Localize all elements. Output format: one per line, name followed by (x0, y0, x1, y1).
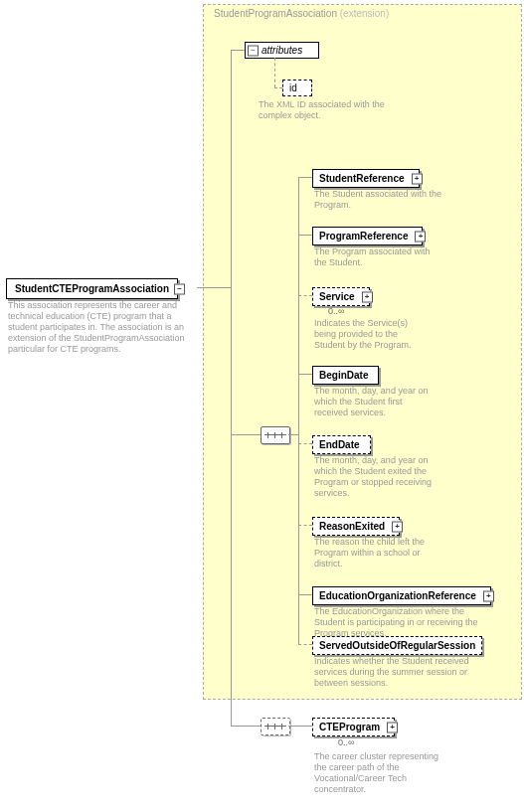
root-node[interactable]: StudentCTEProgramAssociation − (6, 278, 178, 299)
connector-line (298, 235, 312, 236)
connector-line (298, 525, 312, 527)
sequence-connector-optional (261, 718, 290, 735)
root-desc: This association represents the career a… (8, 300, 199, 355)
id-label: id (289, 82, 297, 93)
connector-line (298, 177, 312, 178)
plus-icon[interactable]: + (392, 521, 403, 532)
node-label: ReasonExited (319, 521, 385, 532)
node-label: Service (319, 291, 355, 302)
service-cardinality: 0..∞ (328, 306, 344, 316)
connector-line (231, 50, 232, 726)
extension-title-prefix: StudentProgramAssociation (214, 8, 337, 19)
connector-line (197, 287, 231, 288)
service-node[interactable]: Service + (312, 287, 370, 306)
connector-line (231, 50, 245, 51)
connector-line (288, 726, 312, 727)
node-label: StudentReference (319, 173, 405, 184)
minus-icon[interactable]: − (248, 45, 259, 56)
plus-icon[interactable]: + (412, 173, 423, 184)
node-desc: Indicates the Service(s) being provided … (314, 318, 429, 351)
node-label: BeginDate (319, 370, 368, 381)
node-desc: The Student associated with the Program. (314, 189, 443, 211)
begin-date-node[interactable]: BeginDate (312, 366, 379, 385)
node-label: ProgramReference (319, 231, 408, 242)
node-desc: The EducationOrganization where the Stud… (314, 606, 493, 639)
node-desc: The month, day, and year on which the St… (314, 455, 438, 499)
end-date-node[interactable]: EndDate (312, 435, 371, 454)
connector-line (298, 443, 312, 445)
student-reference-node[interactable]: StudentReference + (312, 169, 420, 188)
extension-title: StudentProgramAssociation (extension) (214, 8, 389, 19)
cte-program-node[interactable]: CTEProgram + (312, 718, 395, 736)
served-outside-node[interactable]: ServedOutsideOfRegularSession (312, 636, 482, 655)
plus-icon[interactable]: + (362, 291, 373, 302)
connector-line (298, 295, 312, 297)
node-desc: The Program associated with the Student. (314, 246, 443, 268)
cte-desc: The career cluster representing the care… (314, 751, 443, 795)
connector-line (298, 177, 299, 644)
id-desc: The XML ID associated with the complex o… (259, 99, 388, 121)
node-label: EndDate (319, 439, 360, 450)
connector-line (231, 434, 261, 435)
node-desc: The reason the child left the Program wi… (314, 537, 438, 569)
root-label: StudentCTEProgramAssociation (15, 283, 169, 294)
sequence-connector (261, 426, 290, 444)
node-desc: The month, day, and year on which the St… (314, 386, 438, 418)
connector-line (298, 644, 312, 646)
plus-icon[interactable]: + (483, 590, 494, 601)
node-label: CTEProgram (319, 722, 380, 732)
node-label: ServedOutsideOfRegularSession (319, 640, 475, 651)
node-desc: Indicates whether the Student received s… (314, 656, 503, 689)
id-node[interactable]: id (282, 80, 312, 96)
attributes-label: attributes (262, 45, 302, 56)
cte-cardinality: 0..∞ (338, 737, 354, 747)
plus-icon[interactable]: + (415, 231, 426, 242)
reason-exited-node[interactable]: ReasonExited + (312, 517, 400, 536)
program-reference-node[interactable]: ProgramReference + (312, 227, 423, 245)
education-organization-reference-node[interactable]: EducationOrganizationReference + (312, 586, 491, 605)
connector-line (288, 434, 298, 435)
extension-title-suffix: (extension) (340, 8, 389, 19)
connector-line (298, 594, 312, 595)
connector-line (231, 726, 261, 727)
node-label: EducationOrganizationReference (319, 590, 476, 601)
connector-line (274, 58, 276, 87)
connector-line (274, 87, 282, 89)
attributes-box[interactable]: − attributes (245, 42, 319, 59)
plus-icon[interactable]: + (387, 722, 398, 732)
minus-icon[interactable]: − (174, 283, 185, 294)
connector-line (298, 374, 312, 375)
